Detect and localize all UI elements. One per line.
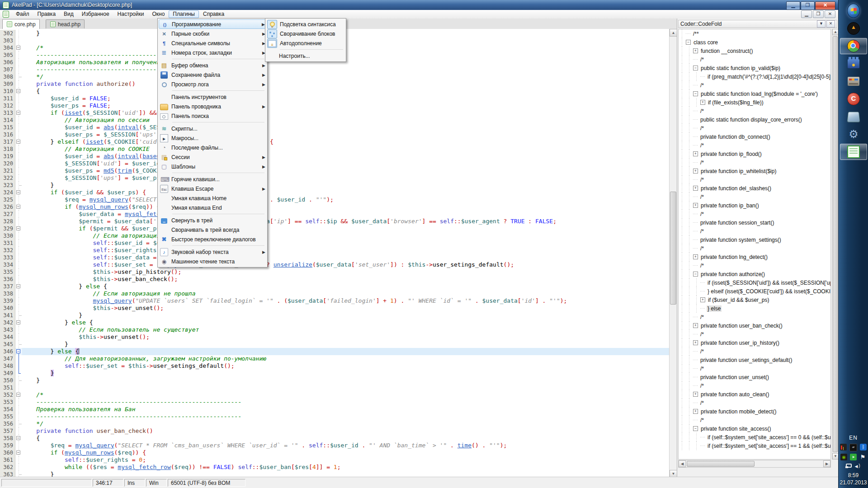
fold-margin[interactable] [15, 341, 22, 348]
mdi-minimize-button[interactable]: ▁ [801, 10, 812, 18]
code-line-325[interactable]: 325 $req = mysql_query("SELECT * FROM `u… [0, 196, 669, 203]
fold-margin[interactable] [15, 420, 22, 427]
fold-margin[interactable] [15, 384, 22, 391]
plugins-menu-item-панель-поиска[interactable]: Панель поиска [159, 111, 266, 121]
fold-margin[interactable] [15, 196, 22, 203]
tree-row[interactable]: private function system_settings() [679, 235, 830, 244]
fold-margin[interactable]: − [15, 44, 22, 52]
aimp-icon[interactable] [840, 20, 867, 37]
code-line-326[interactable]: 326− if (mysql_num_rows($req)) { [0, 203, 669, 211]
plugins-menu-item-машинное-чтение-текста[interactable]: Машинное чтение текста [159, 257, 266, 266]
tree-row[interactable]: +private function mobile_detect() [679, 407, 830, 416]
tree-row[interactable]: if (self::$system_set['site_access'] == … [679, 433, 830, 441]
tree-row[interactable]: /* [679, 364, 830, 373]
fold-margin[interactable] [15, 30, 22, 37]
scroll-right-button[interactable]: ▶ [823, 460, 830, 467]
tree-row[interactable]: +private function ip_ban() [679, 201, 830, 210]
plugins-menu-item-буфер-обмена[interactable]: Буфер обмена▶ [159, 61, 266, 70]
fold-margin[interactable] [15, 456, 22, 464]
plugins-menu-item-специальные-символы[interactable]: Специальные символы▶ [159, 38, 266, 48]
expand-icon[interactable]: + [693, 169, 698, 174]
nvidia-icon[interactable] [840, 454, 847, 460]
code-line-312[interactable]: 312 $user_ps = FALSE; [0, 102, 669, 109]
menubar-item-Вид[interactable]: Вид [60, 10, 78, 18]
codefold-tree[interactable]: /**−class core+function __construct()/*−… [678, 29, 831, 460]
programming-submenu-item-сворачивание-блоков[interactable]: Сворачивание блоков [266, 29, 345, 38]
tree-row[interactable]: /* [679, 313, 830, 321]
fold-margin[interactable]: − [15, 283, 22, 290]
plugins-menu-item-программирование[interactable]: Программирование▶ [159, 19, 266, 29]
collapse-icon[interactable]: − [693, 66, 698, 70]
code-editor[interactable]: 302 }303304− /*305 ---------------------… [0, 29, 677, 478]
tree-row[interactable]: /* [679, 261, 830, 270]
code-line-344[interactable]: 344 $this->user_unset(); [0, 333, 669, 341]
fold-margin[interactable] [15, 117, 22, 124]
taskbar-clock[interactable]: 8:59 21.07.2013 [839, 472, 868, 486]
code-line-355[interactable]: 355 ------------------------------------… [0, 413, 669, 420]
tree-row[interactable]: public static function display_core_erro… [679, 115, 830, 124]
code-line-317[interactable]: 317− } elseif (isset($_COOKIE['cuid']) &… [0, 138, 669, 145]
code-line-335[interactable]: 335 $this->user_ip_history(); [0, 268, 669, 276]
fold-margin[interactable] [15, 399, 22, 406]
plugins-menu-item-шаблоны[interactable]: Шаблоны▶ [159, 162, 266, 171]
code-line-358[interactable]: 358− { [0, 435, 669, 442]
plugins-menu-item-горячие-клавиши-[interactable]: Горячие клавиши... [159, 174, 266, 184]
programming-submenu-item-подсветка-синтаксиса[interactable]: Подсветка синтаксиса [266, 19, 345, 29]
fold-margin[interactable]: − [15, 138, 22, 145]
fold-margin[interactable]: − [15, 189, 22, 196]
code-line-336[interactable]: 336 $this->user_ban_check(); [0, 276, 669, 283]
fold-margin[interactable] [15, 153, 22, 160]
action-center-flag-icon[interactable] [859, 454, 866, 460]
expand-icon[interactable]: + [693, 48, 698, 53]
active-fold-collapse-icon[interactable]: − [16, 349, 20, 353]
tree-row[interactable]: +if ($user_id && $user_ps) [679, 296, 830, 304]
plugins-menu-item-быстрое-переключение-диалогов[interactable]: Быстрое переключение диалогов [159, 235, 266, 244]
fold-margin[interactable] [15, 182, 22, 189]
plugins-menu-item-просмотр-лога[interactable]: Просмотр лога▶ [159, 80, 266, 89]
code-line-340[interactable]: 340 $this->user_unset(); [0, 305, 669, 312]
menubar-item-Настройки[interactable]: Настройки [113, 10, 148, 18]
fold-margin[interactable]: − [15, 435, 22, 442]
code-line-354[interactable]: 354 Проверка пользователя на Бан [0, 406, 669, 413]
code-line-339[interactable]: 339 mysql_query("UPDATE `users` SET `fai… [0, 297, 669, 305]
fold-collapse-icon[interactable]: − [16, 205, 20, 209]
tree-row[interactable]: private function db_connect() [679, 132, 830, 141]
menubar-item-Окно[interactable]: Окно [148, 10, 169, 18]
panel-vscroll-thumb[interactable] [833, 36, 838, 452]
fold-margin[interactable] [15, 211, 22, 218]
fold-margin[interactable] [15, 297, 22, 305]
tree-row[interactable]: +private function del_slashes() [679, 184, 830, 192]
menubar-item-Плагины[interactable]: Плагины [169, 10, 199, 18]
programming-submenu-item-настроить-[interactable]: Настроить... [266, 51, 345, 61]
editor-scroll-thumb[interactable] [670, 192, 676, 305]
fold-collapse-icon[interactable]: − [16, 436, 20, 440]
code-line-314[interactable]: 314 // Авторизация по сессии [0, 117, 669, 124]
code-line-342[interactable]: 342− } else { [0, 319, 669, 326]
code-line-307[interactable]: 307 ------------------------------------… [0, 66, 669, 73]
fold-collapse-icon[interactable]: − [16, 226, 20, 230]
tree-row[interactable]: −class core [679, 38, 830, 47]
plugins-menu-item-звуковой-набор-текста[interactable]: Звуковой набор текста▶ [159, 247, 266, 257]
fold-margin[interactable] [15, 102, 22, 109]
fold-margin[interactable] [15, 218, 22, 225]
scroll-up-button[interactable]: ▲ [670, 29, 677, 37]
fold-margin[interactable] [15, 124, 22, 131]
tree-row[interactable]: +private function lng_detect() [679, 253, 830, 261]
fold-margin[interactable] [15, 377, 22, 384]
fold-margin[interactable]: − [15, 391, 22, 399]
code-line-337[interactable]: 337− } else { [0, 283, 669, 290]
code-line-357[interactable]: 357 private function user_ban_check() [0, 427, 669, 435]
fold-margin[interactable] [15, 261, 22, 268]
tree-row[interactable]: +function __construct() [679, 47, 830, 55]
code-line-352[interactable]: 352− /* [0, 391, 669, 399]
code-line-310[interactable]: 310− { [0, 88, 669, 95]
fold-collapse-icon[interactable]: − [16, 284, 20, 288]
menubar-item-Файл[interactable]: Файл [12, 10, 33, 18]
tree-row[interactable]: /* [679, 192, 830, 201]
tree-row[interactable]: /* [679, 227, 830, 235]
tree-row[interactable]: +private function user_ip_history() [679, 338, 830, 347]
plugins-menu-item-умная-клавиша-home[interactable]: Умная клавиша Home [159, 193, 266, 203]
archive-app-icon[interactable] [840, 73, 867, 89]
tree-row[interactable]: /* [679, 399, 830, 407]
code-line-334[interactable]: 334 self::$user_set = !empty($user_data[… [0, 261, 669, 268]
